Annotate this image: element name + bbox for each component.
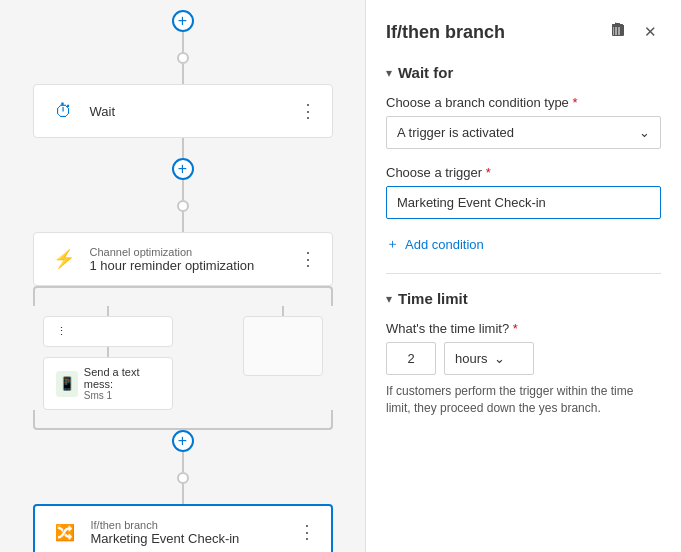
ifthen-card[interactable]: 🔀 If/then branch Marketing Event Check-i…	[33, 504, 333, 552]
ifthen-icon: 🔀	[49, 516, 81, 548]
time-unit-select[interactable]: hours ⌄	[444, 342, 534, 375]
connector	[182, 484, 184, 504]
wait-for-title: Wait for	[398, 64, 453, 81]
required-asterisk: *	[572, 95, 577, 110]
required-asterisk3: *	[513, 321, 518, 336]
ifthen-text: If/then branch Marketing Event Check-in	[91, 519, 240, 546]
divider	[386, 273, 661, 274]
wait-menu[interactable]: ⋮	[299, 100, 318, 122]
sms-card[interactable]: 📱 Send a text mess: Sms 1	[43, 357, 173, 410]
channel-opt-subtitle: Channel optimization	[90, 246, 255, 258]
right-panel: If/then branch ✕ ▾ Wait for Choose a bra…	[365, 0, 681, 552]
panel-title: If/then branch	[386, 22, 505, 43]
channel-opt-card[interactable]: ⚡ Channel optimization 1 hour reminder o…	[33, 232, 333, 286]
sms-title: Send a text mess:	[84, 366, 160, 390]
connector-dot	[177, 200, 189, 212]
channel-opt-menu[interactable]: ⋮	[299, 248, 318, 270]
panel-header-icons: ✕	[606, 20, 661, 44]
trigger-label: Choose a trigger *	[386, 165, 661, 180]
trigger-group: Choose a trigger *	[386, 165, 661, 219]
branch-condition-group: Choose a branch condition type * A trigg…	[386, 95, 661, 149]
ifthen-subtitle: If/then branch	[91, 519, 240, 531]
connector	[182, 64, 184, 84]
branch-condition-value: A trigger is activated	[397, 125, 514, 140]
wait-card-text: Wait	[90, 104, 116, 119]
add-condition-label: Add condition	[405, 237, 484, 252]
channel-icon: ⚡	[48, 243, 80, 275]
trigger-input[interactable]	[386, 186, 661, 219]
add-button-mid[interactable]: +	[172, 158, 194, 180]
connector-dot	[177, 472, 189, 484]
channel-opt-left: ⚡ Channel optimization 1 hour reminder o…	[48, 243, 255, 275]
plus-icon: ＋	[386, 235, 399, 253]
connector-dot	[177, 52, 189, 64]
add-condition-link[interactable]: ＋ Add condition	[386, 235, 661, 253]
time-limit-row: hours ⌄	[386, 342, 661, 375]
wait-card[interactable]: ⏱ Wait ⋮	[33, 84, 333, 138]
wait-card-left: ⏱ Wait	[48, 95, 116, 127]
connector	[182, 180, 184, 200]
time-limit-question: What's the time limit? *	[386, 321, 661, 336]
add-button-top[interactable]: +	[172, 10, 194, 32]
sms-icon: 📱	[56, 371, 78, 397]
chevron-down-icon2: ▾	[386, 292, 392, 306]
ifthen-title: Marketing Event Check-in	[91, 531, 240, 546]
flow-canvas: + ⏱ Wait ⋮ + ⚡ Channel optimization	[0, 0, 365, 552]
branch-left-title: ⋮	[56, 325, 67, 338]
chevron-down-icon: ▾	[386, 66, 392, 80]
connector	[182, 452, 184, 472]
required-asterisk2: *	[486, 165, 491, 180]
branch-condition-label: Choose a branch condition type *	[386, 95, 661, 110]
connector	[182, 138, 184, 158]
wait-for-section-header[interactable]: ▾ Wait for	[386, 64, 661, 81]
time-limit-section-header[interactable]: ▾ Time limit	[386, 290, 661, 307]
branch-condition-select[interactable]: A trigger is activated ⌄	[386, 116, 661, 149]
wait-title: Wait	[90, 104, 116, 119]
channel-opt-title: 1 hour reminder optimization	[90, 258, 255, 273]
close-button[interactable]: ✕	[640, 21, 661, 43]
sms-subtitle: Sms 1	[84, 390, 160, 401]
time-value-input[interactable]	[386, 342, 436, 375]
ifthen-left: 🔀 If/then branch Marketing Event Check-i…	[49, 516, 240, 548]
time-unit-value: hours	[455, 351, 488, 366]
wait-icon: ⏱	[48, 95, 80, 127]
unit-chevron-icon: ⌄	[494, 351, 505, 366]
panel-header: If/then branch ✕	[386, 20, 661, 44]
dropdown-chevron-icon: ⌄	[639, 125, 650, 140]
channel-opt-text: Channel optimization 1 hour reminder opt…	[90, 246, 255, 273]
sms-text: Send a text mess: Sms 1	[84, 366, 160, 401]
add-button-lower[interactable]: +	[172, 430, 194, 452]
connector	[182, 212, 184, 232]
branch-left-text: ⋮	[56, 325, 67, 338]
time-limit-title: Time limit	[398, 290, 468, 307]
ifthen-menu[interactable]: ⋮	[298, 521, 317, 543]
delete-button[interactable]	[606, 20, 630, 44]
connector	[182, 32, 184, 52]
helper-text: If customers perform the trigger within …	[386, 383, 661, 417]
branch-right-card	[243, 316, 323, 376]
time-limit-group: What's the time limit? * hours ⌄ If cust…	[386, 321, 661, 417]
branch-left-card[interactable]: ⋮	[43, 316, 173, 347]
